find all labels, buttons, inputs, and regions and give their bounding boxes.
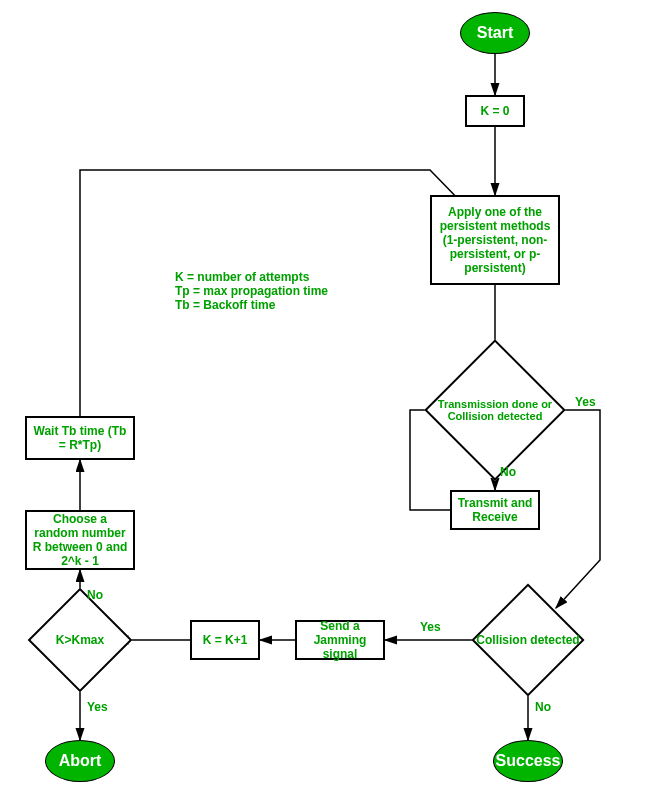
edge-label-yes-3: Yes — [87, 700, 108, 714]
edge-label-no-1: No — [500, 465, 516, 479]
flowchart-diagram: Start K = 0 Apply one of the persistent … — [0, 0, 659, 812]
wait-tb-label: Wait Tb time (Tb = R*Tp) — [31, 424, 129, 452]
tx-or-collision-decision: Transmission done or Collision detected — [445, 360, 545, 460]
inc-k-process: K = K+1 — [190, 620, 260, 660]
k-gt-kmax-label: K>Kmax — [28, 603, 132, 677]
abort-terminal: Abort — [45, 740, 115, 782]
transmit-receive-process: Transmit and Receive — [450, 490, 540, 530]
edge-label-no-3: No — [87, 588, 103, 602]
jamming-process: Send a Jamming signal — [295, 620, 385, 660]
init-k-label: K = 0 — [480, 104, 509, 118]
edge-label-no-2: No — [535, 700, 551, 714]
jamming-label: Send a Jamming signal — [301, 619, 379, 661]
tx-or-collision-label: Transmission done or Collision detected — [425, 360, 565, 460]
start-label: Start — [477, 24, 513, 42]
edge-label-yes-1: Yes — [575, 395, 596, 409]
k-gt-kmax-decision: K>Kmax — [43, 603, 117, 677]
choose-r-process: Choose a random number R between 0 and 2… — [25, 510, 135, 570]
collision-detected-decision: Collision detected — [488, 600, 568, 680]
choose-r-label: Choose a random number R between 0 and 2… — [31, 512, 129, 568]
inc-k-label: K = K+1 — [203, 633, 248, 647]
success-terminal: Success — [493, 740, 563, 782]
start-terminal: Start — [460, 12, 530, 54]
transmit-receive-label: Transmit and Receive — [456, 496, 534, 524]
abort-label: Abort — [59, 752, 102, 770]
wait-tb-process: Wait Tb time (Tb = R*Tp) — [25, 416, 135, 460]
apply-method-process: Apply one of the persistent methods (1-p… — [430, 195, 560, 285]
collision-detected-label: Collision detected — [472, 600, 584, 680]
edge-label-yes-2: Yes — [420, 620, 441, 634]
apply-method-label: Apply one of the persistent methods (1-p… — [436, 205, 554, 275]
init-k-process: K = 0 — [465, 95, 525, 127]
success-label: Success — [496, 752, 561, 770]
legend-text: K = number of attempts Tp = max propagat… — [175, 270, 328, 312]
